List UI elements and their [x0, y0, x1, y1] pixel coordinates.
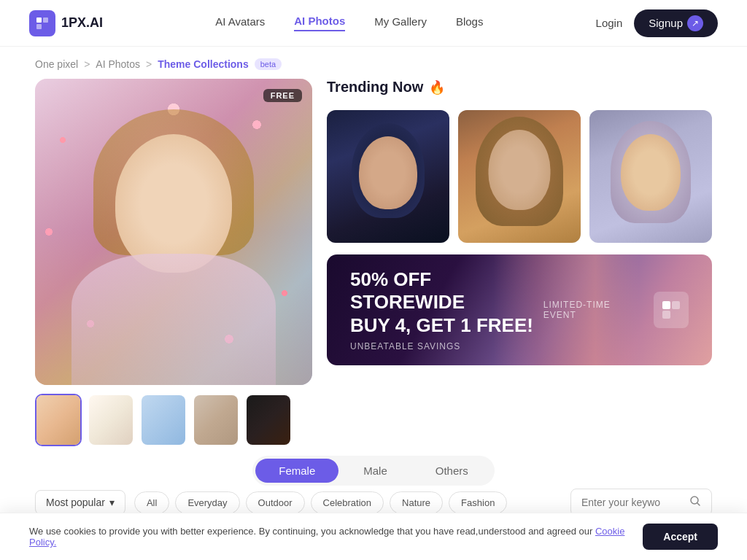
breadcrumb-separator2: >: [146, 58, 152, 70]
filter-tag-celebration[interactable]: Celebration: [311, 491, 384, 514]
breadcrumb-theme-collections[interactable]: Theme Collections: [158, 58, 248, 70]
nav-blogs[interactable]: Blogs: [456, 15, 484, 31]
bottom-section: Female Male Others Most popular ▾ All Ev…: [0, 453, 747, 516]
breadcrumb-separator: >: [84, 58, 90, 70]
thumbnail-4[interactable]: [193, 394, 239, 446]
gender-tab-others[interactable]: Others: [412, 459, 492, 483]
signup-label: Signup: [649, 17, 683, 29]
promo-savings: UNBEATABLE SAVINGS: [350, 341, 543, 351]
promo-title-line1: 50% OFF STOREWIDE: [350, 268, 543, 314]
thumbnail-5[interactable]: [245, 394, 292, 446]
promo-text-left: 50% OFF STOREWIDE BUY 4, GET 1 FREE! UNB…: [350, 268, 543, 351]
accept-button[interactable]: Accept: [643, 524, 718, 550]
filter-tag-outdoor[interactable]: Outdoor: [246, 491, 305, 514]
promo-banner[interactable]: 50% OFF STOREWIDE BUY 4, GET 1 FREE! UNB…: [327, 254, 712, 365]
svg-rect-3: [662, 301, 670, 309]
header: 1PX.AI AI Avatars AI Photos My Gallery B…: [0, 0, 747, 47]
nav-ai-avatars[interactable]: AI Avatars: [215, 15, 265, 31]
gender-tab-male[interactable]: Male: [340, 459, 411, 483]
filter-tag-nature[interactable]: Nature: [390, 491, 443, 514]
thumbnail-strip: [35, 394, 312, 446]
auth-area: Login Signup ↗: [596, 9, 718, 37]
svg-rect-5: [662, 311, 670, 319]
logo-area[interactable]: 1PX.AI: [29, 10, 103, 36]
logo-icon: [29, 10, 55, 36]
breadcrumb-root[interactable]: One pixel: [35, 58, 78, 70]
svg-rect-0: [36, 18, 42, 23]
cookie-message: We use cookies to provide you with bette…: [29, 526, 595, 537]
svg-rect-2: [36, 24, 42, 29]
sort-dropdown[interactable]: Most popular ▾: [35, 490, 125, 515]
chevron-down-icon: ▾: [109, 497, 115, 508]
promo-right: LIMITED-TIME EVENT: [543, 292, 689, 328]
main-nav: AI Avatars AI Photos My Gallery Blogs: [215, 15, 483, 31]
trending-card-1[interactable]: [327, 110, 449, 243]
card-3-face: [589, 110, 712, 243]
filter-tag-everyday[interactable]: Everyday: [175, 491, 239, 514]
gender-tabs: Female Male Others: [252, 456, 495, 486]
filter-tag-fashion[interactable]: Fashion: [449, 491, 507, 514]
nav-ai-photos[interactable]: AI Photos: [294, 15, 345, 31]
logo-text: 1PX.AI: [61, 15, 103, 31]
trending-grid: [327, 110, 712, 243]
promo-event: LIMITED-TIME EVENT: [543, 300, 642, 320]
sort-label: Most popular: [46, 497, 105, 508]
free-badge: FREE: [263, 89, 302, 102]
filter-tag-all[interactable]: All: [134, 491, 169, 514]
cookie-text: We use cookies to provide you with bette…: [29, 526, 628, 548]
fire-icon: 🔥: [429, 79, 445, 96]
card-1-face: [327, 110, 449, 243]
trending-card-2[interactable]: [458, 110, 581, 243]
trending-card-3[interactable]: [589, 110, 712, 243]
thumbnail-1[interactable]: [35, 394, 82, 446]
breadcrumb-ai-photos[interactable]: AI Photos: [96, 58, 140, 70]
search-icon[interactable]: [689, 495, 701, 510]
beta-badge: beta: [255, 58, 282, 70]
card-2-face: [458, 110, 581, 243]
cookie-banner: We use cookies to provide you with bette…: [0, 513, 747, 560]
trending-title: Trending Now: [327, 79, 423, 96]
signup-arrow-icon: ↗: [687, 15, 703, 31]
login-button[interactable]: Login: [596, 17, 623, 29]
svg-rect-1: [43, 18, 48, 23]
search-input[interactable]: [581, 497, 684, 508]
filter-tags: All Everyday Outdoor Celebration Nature …: [134, 491, 562, 514]
signup-button[interactable]: Signup ↗: [634, 9, 718, 37]
hero-image[interactable]: FREE: [35, 79, 312, 385]
gender-tab-female[interactable]: Female: [255, 459, 338, 483]
svg-line-7: [697, 503, 700, 505]
trending-header: Trending Now 🔥: [327, 79, 712, 96]
nav-my-gallery[interactable]: My Gallery: [374, 15, 427, 31]
thumbnail-3[interactable]: [140, 394, 187, 446]
breadcrumb: One pixel > AI Photos > Theme Collection…: [0, 47, 747, 79]
promo-title-line2: BUY 4, GET 1 FREE!: [350, 314, 543, 337]
thumbnail-2[interactable]: [88, 394, 134, 446]
gender-tabs-wrapper: Female Male Others: [0, 456, 747, 486]
promo-logo-icon: [654, 292, 689, 328]
svg-rect-4: [672, 301, 680, 309]
